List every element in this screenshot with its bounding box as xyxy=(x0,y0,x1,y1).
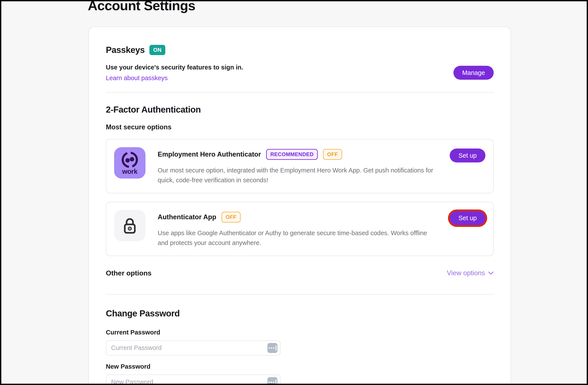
two-factor-section: 2-Factor Authentication Most secure opti… xyxy=(106,105,494,295)
other-options-heading: Other options xyxy=(106,269,152,277)
passkeys-status-badge: ON xyxy=(149,45,165,55)
password-autofill-icon[interactable] xyxy=(267,343,277,353)
password-autofill-icon[interactable] xyxy=(267,377,277,385)
lock-icon xyxy=(114,210,146,241)
view-options-label: View options xyxy=(447,269,485,277)
new-password-label: New Password xyxy=(106,363,494,370)
account-settings-panel: Passkeys ON Use your device's security f… xyxy=(88,27,511,385)
manage-passkeys-button[interactable]: Manage xyxy=(453,66,494,80)
eh-authenticator-description: Our most secure option, integrated with … xyxy=(158,166,439,185)
eh-authenticator-setup-button[interactable]: Set up xyxy=(450,149,485,162)
work-app-icon: work xyxy=(114,147,146,179)
eh-authenticator-off-badge: OFF xyxy=(323,149,342,160)
recommended-badge: RECOMMENDED xyxy=(266,149,318,160)
two-factor-heading: 2-Factor Authentication xyxy=(106,105,494,115)
current-password-input[interactable] xyxy=(106,340,280,356)
view-options-link[interactable]: View options xyxy=(447,269,494,277)
page-title: Account Settings xyxy=(88,0,195,13)
passkeys-description: Use your device's security features to s… xyxy=(106,64,243,71)
authenticator-app-setup-button[interactable]: Set up xyxy=(450,211,485,225)
authenticator-app-description: Use apps like Google Authenticator or Au… xyxy=(158,228,439,248)
option-card-eh-authenticator: work Employment Hero Authenticator RECOM… xyxy=(106,139,494,193)
most-secure-options-heading: Most secure options xyxy=(106,123,494,131)
passkeys-section: Passkeys ON Use your device's security f… xyxy=(106,45,494,93)
passkeys-heading: Passkeys xyxy=(106,45,145,55)
chevron-down-icon xyxy=(488,271,494,275)
section-divider xyxy=(106,294,494,295)
authenticator-app-title: Authenticator App xyxy=(158,213,216,221)
option-card-authenticator-app: Authenticator App OFF Use apps like Goog… xyxy=(106,202,494,256)
eh-authenticator-title: Employment Hero Authenticator xyxy=(158,150,261,158)
work-icon-label: work xyxy=(122,168,137,175)
authenticator-app-off-badge: OFF xyxy=(221,212,241,223)
new-password-input[interactable] xyxy=(106,375,280,385)
change-password-heading: Change Password xyxy=(106,309,494,318)
current-password-label: Current Password xyxy=(106,329,494,336)
employment-hero-logo-icon xyxy=(120,150,139,169)
change-password-section: Change Password Current Password New Pas… xyxy=(106,309,494,385)
section-divider xyxy=(106,92,494,93)
learn-about-passkeys-link[interactable]: Learn about passkeys xyxy=(106,74,168,82)
padlock-glyph-icon xyxy=(120,215,140,235)
